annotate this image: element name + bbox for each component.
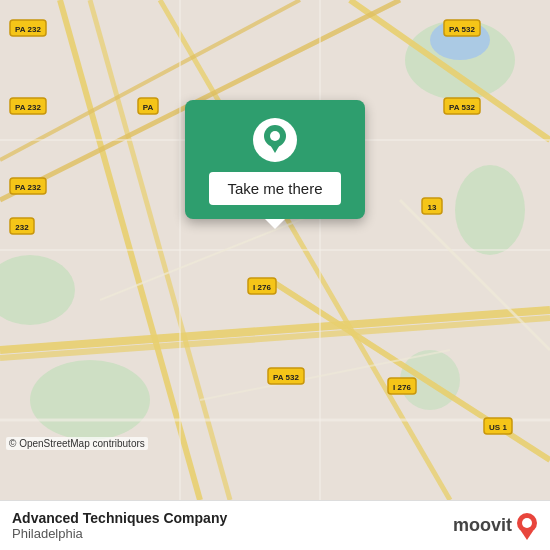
svg-text:PA 532: PA 532 — [449, 25, 475, 34]
popup-card: Take me there — [185, 100, 365, 219]
moovit-logo: moovit — [453, 512, 538, 540]
company-name: Advanced Techniques Company — [12, 510, 227, 526]
svg-point-4 — [30, 360, 150, 440]
svg-point-49 — [270, 131, 280, 141]
take-me-there-button[interactable]: Take me there — [209, 172, 340, 205]
osm-credit: © OpenStreetMap contributors — [6, 437, 148, 450]
svg-point-52 — [522, 518, 532, 528]
svg-text:13: 13 — [428, 203, 437, 212]
svg-text:PA 532: PA 532 — [449, 103, 475, 112]
moovit-text: moovit — [453, 515, 512, 536]
svg-text:I 276: I 276 — [393, 383, 411, 392]
map-container: PA 232 PA 232 PA 232 232 PA PA 532 PA 53… — [0, 0, 550, 500]
svg-text:US 1: US 1 — [489, 423, 507, 432]
map-svg: PA 232 PA 232 PA 232 232 PA PA 532 PA 53… — [0, 0, 550, 500]
svg-point-3 — [455, 165, 525, 255]
company-info: Advanced Techniques Company Philadelphia — [12, 510, 227, 541]
moovit-pin-icon — [516, 512, 538, 540]
svg-text:PA 232: PA 232 — [15, 103, 41, 112]
svg-text:PA: PA — [143, 103, 154, 112]
svg-text:PA 532: PA 532 — [273, 373, 299, 382]
svg-text:232: 232 — [15, 223, 29, 232]
location-pin-icon — [253, 118, 297, 162]
bottom-bar: Advanced Techniques Company Philadelphia… — [0, 500, 550, 550]
svg-text:PA 232: PA 232 — [15, 25, 41, 34]
company-city: Philadelphia — [12, 526, 227, 541]
svg-text:PA 232: PA 232 — [15, 183, 41, 192]
svg-marker-50 — [269, 143, 281, 153]
svg-marker-53 — [521, 531, 533, 540]
svg-text:I 276: I 276 — [253, 283, 271, 292]
